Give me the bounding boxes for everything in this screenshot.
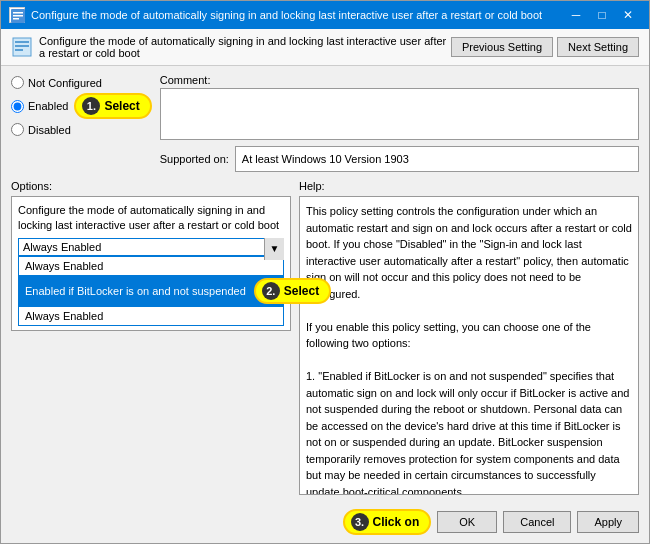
top-section: Not Configured Enabled 1. Select [11, 74, 639, 172]
bottom-bar: 3. Click on OK Cancel Apply [1, 503, 649, 543]
title-bar-left: Configure the mode of automatically sign… [9, 7, 542, 23]
annotation-select1: 1. Select [74, 93, 151, 119]
next-setting-button[interactable]: Next Setting [557, 37, 639, 57]
options-panel: Options: Configure the mode of automatic… [11, 180, 291, 495]
options-description: Configure the mode of automatically sign… [18, 203, 284, 234]
supported-value: At least Windows 10 Version 1903 [235, 146, 639, 172]
main-window: Configure the mode of automatically sign… [0, 0, 650, 544]
svg-rect-2 [13, 15, 23, 17]
title-controls: ─ □ ✕ [563, 5, 641, 25]
dropdown-item-1[interactable]: Always Enabled [19, 257, 283, 275]
annotation-num-1: 1. [82, 97, 100, 115]
svg-rect-7 [15, 49, 23, 51]
dropdown-item-2[interactable]: Enabled if BitLocker is on and not suspe… [19, 275, 283, 307]
header-bar: Configure the mode of automatically sign… [1, 29, 649, 66]
svg-rect-1 [13, 12, 23, 14]
options-box: Configure the mode of automatically sign… [11, 196, 291, 331]
right-panel: Comment: Supported on: At least Windows … [160, 74, 639, 172]
annotation-num-2: 2. [262, 282, 280, 300]
annotation-click3: 3. Click on [343, 509, 432, 535]
cancel-button[interactable]: Cancel [503, 511, 571, 533]
help-label: Help: [299, 180, 639, 192]
radio-disabled-input[interactable] [11, 123, 24, 136]
dropdown-item-3[interactable]: Always Enabled [19, 307, 283, 325]
window-icon [9, 7, 25, 23]
header-bar-left: Configure the mode of automatically sign… [11, 35, 451, 59]
close-button[interactable]: ✕ [615, 5, 641, 25]
svg-rect-3 [13, 18, 19, 20]
comment-section: Comment: [160, 74, 639, 140]
radio-enabled[interactable]: Enabled [11, 100, 68, 113]
annotation-num-3: 3. [351, 513, 369, 531]
svg-rect-6 [15, 45, 29, 47]
supported-section: Supported on: At least Windows 10 Versio… [160, 146, 639, 172]
svg-rect-5 [15, 41, 29, 43]
radio-not-configured-input[interactable] [11, 76, 24, 89]
dropdown-list: Always Enabled Enabled if BitLocker is o… [18, 256, 284, 326]
radio-enabled-input[interactable] [11, 100, 24, 113]
maximize-button[interactable]: □ [589, 5, 615, 25]
radio-not-configured[interactable]: Not Configured [11, 76, 152, 89]
dropdown-selected-value: Always Enabled [19, 239, 283, 255]
minimize-button[interactable]: ─ [563, 5, 589, 25]
dropdown-container: Always Enabled ▼ Always Enabled Enabled … [18, 238, 284, 326]
header-title: Configure the mode of automatically sign… [39, 35, 451, 59]
help-content[interactable]: This policy setting controls the configu… [299, 196, 639, 495]
comment-textarea[interactable] [160, 88, 639, 140]
help-text: This policy setting controls the configu… [306, 203, 632, 495]
radio-group: Not Configured Enabled 1. Select [11, 74, 152, 172]
ok-button[interactable]: OK [437, 511, 497, 533]
radio-disabled[interactable]: Disabled [11, 123, 152, 136]
previous-setting-button[interactable]: Previous Setting [451, 37, 553, 57]
apply-button[interactable]: Apply [577, 511, 639, 533]
policy-icon [11, 36, 33, 58]
title-text: Configure the mode of automatically sign… [31, 9, 542, 21]
supported-label: Supported on: [160, 153, 229, 165]
options-label: Options: [11, 180, 291, 192]
content-area: Not Configured Enabled 1. Select [1, 66, 649, 503]
help-panel: Help: This policy setting controls the c… [299, 180, 639, 495]
comment-label: Comment: [160, 74, 639, 86]
title-bar: Configure the mode of automatically sign… [1, 1, 649, 29]
middle-section: Options: Configure the mode of automatic… [11, 180, 639, 495]
header-buttons: Previous Setting Next Setting [451, 37, 639, 57]
annotation-select2: 2. Select [254, 278, 331, 304]
